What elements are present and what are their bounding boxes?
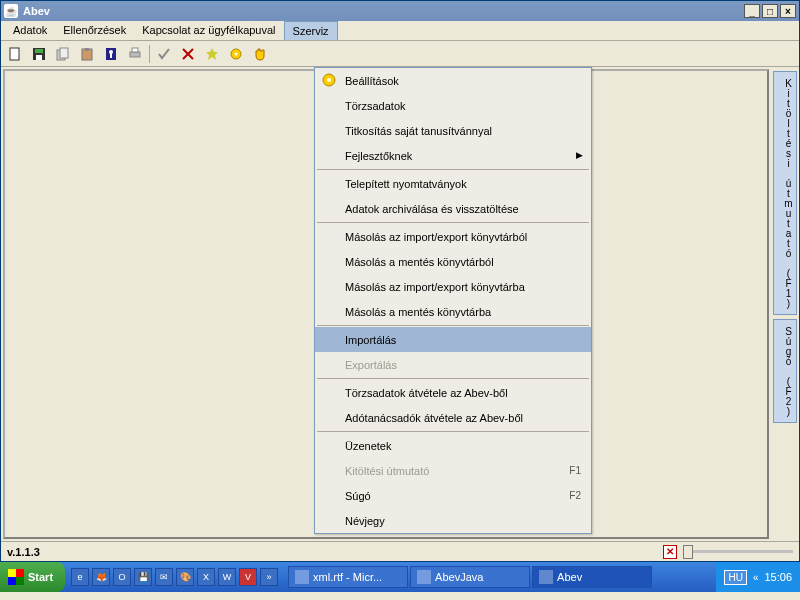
tray-clock: 15:06 bbox=[764, 571, 792, 583]
tray-lang[interactable]: HU bbox=[724, 570, 746, 585]
task-app-icon bbox=[417, 570, 431, 584]
menuitem-label: Névjegy bbox=[345, 515, 385, 527]
svg-rect-19 bbox=[417, 570, 431, 584]
menu-kapcsolat[interactable]: Kapcsolat az ügyfélkapuval bbox=[134, 21, 283, 40]
menuitem-m-sol-s-az-import-export-k-nyv[interactable]: Másolás az import/export könyvtárból bbox=[315, 224, 591, 249]
accelerator: F1 bbox=[569, 465, 581, 476]
menuitem-label: Beállítások bbox=[345, 75, 399, 87]
task-app-icon bbox=[295, 570, 309, 584]
svg-rect-11 bbox=[130, 52, 140, 57]
ql-ie-icon[interactable]: e bbox=[71, 568, 89, 586]
menuitem-label: Üzenetek bbox=[345, 440, 391, 452]
menubar: Adatok Ellenőrzések Kapcsolat az ügyfélk… bbox=[1, 21, 799, 41]
svg-rect-18 bbox=[295, 570, 309, 584]
save-icon[interactable] bbox=[29, 44, 49, 64]
task-xml-rtf-micr-[interactable]: xml.rtf - Micr... bbox=[288, 566, 408, 588]
menuitem-label: Telepített nyomtatványok bbox=[345, 178, 467, 190]
svg-rect-20 bbox=[539, 570, 553, 584]
gear-icon bbox=[321, 72, 337, 88]
svg-rect-10 bbox=[110, 53, 112, 58]
menuitem-label: Kitöltési útmutató bbox=[345, 465, 429, 477]
minimize-button[interactable]: _ bbox=[744, 4, 760, 18]
ql-disk-icon[interactable]: 💾 bbox=[134, 568, 152, 586]
hand-icon[interactable] bbox=[250, 44, 270, 64]
ql-overflow-icon[interactable]: » bbox=[260, 568, 278, 586]
maximize-button[interactable]: □ bbox=[762, 4, 778, 18]
menuitem-label: Súgó bbox=[345, 490, 371, 502]
svg-rect-5 bbox=[60, 48, 68, 58]
separator bbox=[317, 378, 589, 379]
zoom-slider[interactable] bbox=[683, 550, 793, 553]
ql-paint-icon[interactable]: 🎨 bbox=[176, 568, 194, 586]
key-icon[interactable] bbox=[101, 44, 121, 64]
menuitem-label: Importálás bbox=[345, 334, 396, 346]
sidetab-guide[interactable]: Kitöltési útmutató (F1) bbox=[773, 71, 797, 315]
ql-word-icon[interactable]: W bbox=[218, 568, 236, 586]
svg-rect-0 bbox=[10, 48, 19, 60]
menuitem-titkos-t-s-saj-t-tanus-tv-nnya[interactable]: Titkosítás saját tanusítvánnyal bbox=[315, 118, 591, 143]
menuitem-be-ll-t-sok[interactable]: Beállítások bbox=[315, 68, 591, 93]
tray-overflow-icon[interactable]: « bbox=[753, 572, 759, 583]
menuitem-t-rzsadatok[interactable]: Törzsadatok bbox=[315, 93, 591, 118]
menuitem-export-l-s: Exportálás bbox=[315, 352, 591, 377]
start-button[interactable]: Start bbox=[0, 562, 65, 592]
menuitem-t-rzsadatok-tv-tele-az-abev-b-[interactable]: Törzsadatok átvétele az Abev-ből bbox=[315, 380, 591, 405]
menu-ellenorzesek[interactable]: Ellenőrzések bbox=[55, 21, 134, 40]
svg-rect-2 bbox=[35, 49, 43, 53]
ql-firefox-icon[interactable]: 🦊 bbox=[92, 568, 110, 586]
svg-point-15 bbox=[235, 52, 238, 55]
menuitem-adatok-archiv-l-sa-s-visszat-l[interactable]: Adatok archiválása és visszatöltése bbox=[315, 196, 591, 221]
menuitem-ad-tan-csad-k-tv-tele-az-abev-[interactable]: Adótanácsadók átvétele az Abev-ből bbox=[315, 405, 591, 430]
menu-adatok[interactable]: Adatok bbox=[5, 21, 55, 40]
menuitem-m-sol-s-a-ment-s-k-nyvt-rb-l[interactable]: Másolás a mentés könyvtárból bbox=[315, 249, 591, 274]
new-icon[interactable] bbox=[5, 44, 25, 64]
task-abev[interactable]: Abev bbox=[532, 566, 652, 588]
titlebar: ☕ Abev _ □ × bbox=[1, 1, 799, 21]
ql-oe-icon[interactable]: ✉ bbox=[155, 568, 173, 586]
menuitem-import-l-s[interactable]: Importálás bbox=[315, 327, 591, 352]
menuitem--zenetek[interactable]: Üzenetek bbox=[315, 433, 591, 458]
menuitem-m-sol-s-az-import-export-k-nyv[interactable]: Másolás az import/export könyvtárba bbox=[315, 274, 591, 299]
window-title: Abev bbox=[23, 5, 742, 17]
taskbar: Start e 🦊 O 💾 ✉ 🎨 X W V » xml.rtf - Micr… bbox=[0, 562, 800, 592]
paste-icon[interactable] bbox=[77, 44, 97, 64]
svg-rect-7 bbox=[85, 48, 89, 51]
error-icon[interactable]: ✕ bbox=[663, 545, 677, 559]
close-button[interactable]: × bbox=[780, 4, 796, 18]
menuitem-label: Törzsadatok bbox=[345, 100, 406, 112]
menuitem-label: Törzsadatok átvétele az Abev-ből bbox=[345, 387, 508, 399]
check-icon[interactable] bbox=[154, 44, 174, 64]
menuitem-telep-tett-nyomtatv-nyok[interactable]: Telepített nyomtatványok bbox=[315, 171, 591, 196]
separator bbox=[317, 325, 589, 326]
toolbar bbox=[1, 41, 799, 67]
menuitem-s-g-[interactable]: SúgóF2 bbox=[315, 483, 591, 508]
menuitem-label: Másolás az import/export könyvtárba bbox=[345, 281, 525, 293]
menuitem-n-vjegy[interactable]: Névjegy bbox=[315, 508, 591, 533]
menuitem-label: Másolás a mentés könyvtárba bbox=[345, 306, 491, 318]
task-abevjava[interactable]: AbevJava bbox=[410, 566, 530, 588]
cancel-icon[interactable] bbox=[178, 44, 198, 64]
ql-excel-icon[interactable]: X bbox=[197, 568, 215, 586]
separator bbox=[317, 431, 589, 432]
szerviz-dropdown: BeállításokTörzsadatokTitkosítás saját t… bbox=[314, 67, 592, 534]
menuitem-label: Titkosítás saját tanusítvánnyal bbox=[345, 125, 492, 137]
menuitem-label: Adótanácsadók átvétele az Abev-ből bbox=[345, 412, 523, 424]
java-icon: ☕ bbox=[4, 4, 18, 18]
svg-point-17 bbox=[327, 78, 331, 82]
svg-marker-13 bbox=[206, 48, 218, 60]
accelerator: F2 bbox=[569, 490, 581, 501]
print-icon[interactable] bbox=[125, 44, 145, 64]
menuitem-label: Adatok archiválása és visszatöltése bbox=[345, 203, 519, 215]
menuitem-m-sol-s-a-ment-s-k-nyvt-rba[interactable]: Másolás a mentés könyvtárba bbox=[315, 299, 591, 324]
menu-szerviz[interactable]: Szerviz bbox=[284, 21, 338, 40]
ql-opera-icon[interactable]: O bbox=[113, 568, 131, 586]
copy-icon[interactable] bbox=[53, 44, 73, 64]
menuitem-fejleszt-knek[interactable]: Fejlesztőknek bbox=[315, 143, 591, 168]
star-icon[interactable] bbox=[202, 44, 222, 64]
task-label: xml.rtf - Micr... bbox=[313, 571, 382, 583]
ql-vc-icon[interactable]: V bbox=[239, 568, 257, 586]
sidetab-help[interactable]: Súgó (F2) bbox=[773, 319, 797, 423]
quick-launch: e 🦊 O 💾 ✉ 🎨 X W V » bbox=[65, 568, 284, 586]
task-label: AbevJava bbox=[435, 571, 483, 583]
gear-yellow-icon[interactable] bbox=[226, 44, 246, 64]
